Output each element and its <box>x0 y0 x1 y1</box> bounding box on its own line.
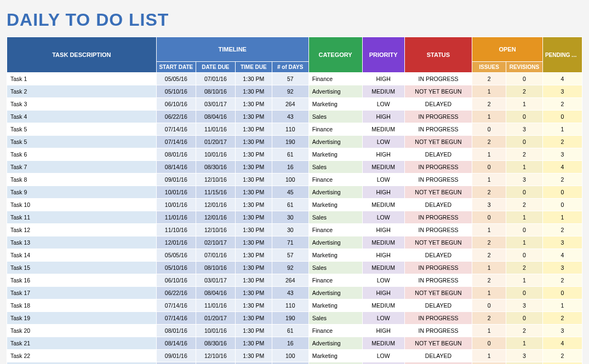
cell-revisions: 0 <box>506 249 542 262</box>
col-days: # of DAYS <box>272 62 308 73</box>
cell-category: Sales <box>308 211 362 224</box>
cell-date-due: 11/15/16 <box>196 362 235 365</box>
cell-issues: 1 <box>472 287 506 299</box>
cell-days: 30 <box>272 224 308 236</box>
col-status: STATUS <box>404 37 472 73</box>
cell-pending: 0 <box>542 362 582 365</box>
cell-issues: 2 <box>472 98 506 111</box>
cell-category: Advertising <box>308 186 362 199</box>
cell-date-due: 02/10/17 <box>196 236 235 249</box>
cell-status: DELAYED <box>404 148 472 161</box>
cell-issues: 2 <box>472 186 506 199</box>
table-row: Task 608/01/1610/01/161:30 PM61Marketing… <box>7 148 582 161</box>
cell-category: Marketing <box>308 249 362 262</box>
col-issues: ISSUES <box>472 62 506 73</box>
cell-date-due: 12/10/16 <box>196 350 235 362</box>
cell-status: DELAYED <box>404 199 472 211</box>
cell-time-due: 1:30 PM <box>235 161 272 174</box>
cell-pending: 2 <box>542 174 582 186</box>
table-row: Task 2108/14/1608/30/161:30 PM16Advertis… <box>7 337 582 350</box>
cell-date-due: 03/01/17 <box>196 274 235 287</box>
cell-pending: 0 <box>542 111 582 123</box>
cell-category: Advertising <box>308 337 362 350</box>
cell-time-due: 1:30 PM <box>235 85 272 98</box>
cell-date-due: 12/10/16 <box>196 174 235 186</box>
cell-status: NOT YET BEGUN <box>404 186 472 199</box>
cell-priority: LOW <box>362 274 404 287</box>
table-row: Task 1807/14/1611/01/161:30 PM110Marketi… <box>7 299 582 312</box>
cell-status: IN PROGRESS <box>404 362 472 365</box>
cell-description: Task 15 <box>7 262 157 274</box>
cell-days: 45 <box>272 186 308 199</box>
cell-description: Task 17 <box>7 287 157 299</box>
cell-pending: 2 <box>542 224 582 236</box>
cell-days: 100 <box>272 174 308 186</box>
cell-time-due: 1:30 PM <box>235 325 272 337</box>
cell-status: IN PROGRESS <box>404 224 472 236</box>
cell-description: Task 22 <box>7 350 157 362</box>
cell-time-due: 1:30 PM <box>235 211 272 224</box>
cell-start-date: 10/01/16 <box>156 199 196 211</box>
cell-description: Task 23 <box>7 362 157 365</box>
cell-start-date: 12/01/16 <box>156 236 196 249</box>
cell-category: Marketing <box>308 199 362 211</box>
cell-description: Task 13 <box>7 236 157 249</box>
cell-start-date: 07/14/16 <box>156 299 196 312</box>
cell-pending: 3 <box>542 148 582 161</box>
cell-status: IN PROGRESS <box>404 174 472 186</box>
cell-issues: 2 <box>472 236 506 249</box>
cell-date-due: 01/20/17 <box>196 312 235 325</box>
cell-priority: MEDIUM <box>362 199 404 211</box>
cell-revisions: 2 <box>506 325 542 337</box>
cell-date-due: 07/01/16 <box>196 249 235 262</box>
col-revisions: REVISIONS <box>506 62 542 73</box>
cell-revisions: 2 <box>506 148 542 161</box>
cell-category: Marketing <box>308 299 362 312</box>
cell-category: Advertising <box>308 236 362 249</box>
table-row: Task 507/14/1611/01/161:30 PM110FinanceM… <box>7 123 582 136</box>
cell-start-date: 08/01/16 <box>156 325 196 337</box>
cell-priority: MEDIUM <box>362 236 404 249</box>
cell-pending: 1 <box>542 123 582 136</box>
cell-priority: MEDIUM <box>362 262 404 274</box>
cell-days: 264 <box>272 274 308 287</box>
cell-start-date: 11/10/16 <box>156 224 196 236</box>
cell-start-date: 10/01/16 <box>156 186 196 199</box>
cell-description: Task 20 <box>7 325 157 337</box>
cell-category: Finance <box>308 123 362 136</box>
cell-date-due: 10/01/16 <box>196 148 235 161</box>
col-priority: PRIORITY <box>362 37 404 73</box>
cell-description: Task 5 <box>7 123 157 136</box>
table-row: Task 306/10/1603/01/171:30 PM264Marketin… <box>7 98 582 111</box>
cell-date-due: 08/04/16 <box>196 111 235 123</box>
cell-days: 71 <box>272 236 308 249</box>
cell-category: Advertising <box>308 85 362 98</box>
cell-days: 43 <box>272 287 308 299</box>
cell-time-due: 1:30 PM <box>235 287 272 299</box>
cell-pending: 4 <box>542 73 582 85</box>
cell-pending: 2 <box>542 98 582 111</box>
table-row: Task 2008/01/1610/01/161:30 PM61FinanceH… <box>7 325 582 337</box>
cell-revisions: 1 <box>506 337 542 350</box>
cell-description: Task 2 <box>7 85 157 98</box>
cell-time-due: 1:30 PM <box>235 98 272 111</box>
cell-days: 100 <box>272 350 308 362</box>
cell-time-due: 1:30 PM <box>235 199 272 211</box>
cell-days: 16 <box>272 161 308 174</box>
cell-status: DELAYED <box>404 299 472 312</box>
cell-description: Task 19 <box>7 312 157 325</box>
cell-time-due: 1:30 PM <box>235 236 272 249</box>
cell-time-due: 1:30 PM <box>235 186 272 199</box>
cell-status: IN PROGRESS <box>404 123 472 136</box>
cell-start-date: 11/01/16 <box>156 211 196 224</box>
table-row: Task 105/05/1607/01/161:30 PM57FinanceHI… <box>7 73 582 85</box>
cell-start-date: 06/22/16 <box>156 287 196 299</box>
col-start-date: START DATE <box>156 62 196 73</box>
table-row: Task 1211/10/1612/10/161:30 PM30FinanceH… <box>7 224 582 236</box>
cell-issues: 2 <box>472 136 506 148</box>
cell-category: Finance <box>308 274 362 287</box>
cell-time-due: 1:30 PM <box>235 262 272 274</box>
cell-pending: 3 <box>542 262 582 274</box>
cell-time-due: 1:30 PM <box>235 111 272 123</box>
cell-days: 61 <box>272 148 308 161</box>
